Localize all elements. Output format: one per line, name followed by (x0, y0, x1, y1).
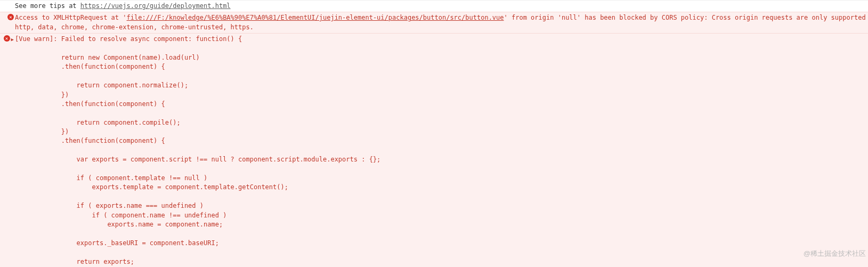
cors-file-link[interactable]: file:///F:/knowledge/%E6%BA%90%E7%A0%81/… (127, 14, 504, 21)
error-icon: ✕ (7, 14, 14, 20)
console-error-vuewarn: ✕ ▶ [Vue warn]: Failed to resolve async … (0, 33, 868, 267)
gutter-error-vuewarn: ✕ ▶ (2, 35, 14, 43)
error-icon: ✕ (4, 35, 10, 42)
cors-message: Access to XMLHttpRequest at 'file:///F:/… (14, 13, 866, 32)
tip-prefix: See more tips at (15, 2, 80, 10)
tip-link[interactable]: https://vuejs.org/guide/deployment.html (80, 2, 231, 10)
tip-message: See more tips at https://vuejs.org/guide… (14, 2, 866, 11)
vuewarn-message: [Vue warn]: Failed to resolve async comp… (14, 35, 866, 267)
gutter-error-cors: ✕ (2, 13, 14, 20)
gutter-empty (2, 2, 14, 2)
cors-pre: Access to XMLHttpRequest at ' (15, 14, 127, 21)
console-error-cors: ✕ Access to XMLHttpRequest at 'file:///F… (0, 12, 868, 33)
console-info-tip: See more tips at https://vuejs.org/guide… (0, 0, 868, 12)
